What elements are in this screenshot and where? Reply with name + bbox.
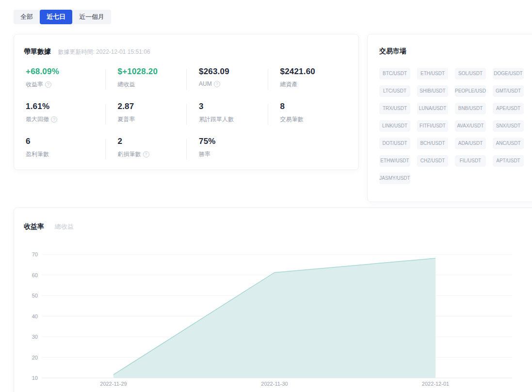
stat-value: $2421.60: [280, 67, 349, 77]
market-pair-chip[interactable]: JASMY/USDT: [379, 172, 410, 184]
stat-label: 勝率: [199, 150, 210, 158]
y-axis-tick-label: 40: [32, 314, 38, 319]
stat-label: 盈利筆數: [26, 150, 49, 158]
market-pair-chip[interactable]: FIL/USDT: [455, 155, 486, 167]
market-pair-chip[interactable]: APE/USDT: [493, 103, 524, 114]
stat-cell: +68.09%收益率?: [24, 67, 105, 91]
market-pair-chip[interactable]: SHIB/USDT: [417, 85, 448, 97]
stat-value: $+1028.20: [118, 67, 187, 77]
question-mark-icon[interactable]: ?: [45, 81, 51, 88]
filter-tab[interactable]: 近七日: [40, 10, 72, 24]
stat-cell: 1.61%最大回撤?: [24, 102, 105, 126]
market-pair-chip[interactable]: CHZ/USDT: [417, 155, 448, 167]
stat-cell: $2421.60總資產: [268, 67, 349, 91]
stat-value: 3: [199, 102, 268, 111]
stat-cell: 2.87夏普率: [105, 102, 187, 126]
roi-area-chart[interactable]: 102030405060702022-11-292022-11-302022-1…: [14, 242, 532, 392]
stat-cell: 8交易筆數: [268, 102, 349, 126]
market-pair-chip[interactable]: LTC/USDT: [379, 85, 410, 97]
market-pair-chip[interactable]: PEOPLE/USDT: [455, 85, 486, 97]
stats-card-title: 帶單數據: [24, 47, 51, 55]
stat-value: 75%: [199, 137, 268, 146]
trading-markets-card: 交易市場 BTC/USDTETH/USDTSOL/USDTDOGE/USDTLT…: [367, 34, 532, 202]
market-pair-chip[interactable]: DOGE/USDT: [493, 68, 524, 79]
market-pair-chip[interactable]: AVAX/USDT: [455, 120, 486, 132]
stat-label: 累計跟單人數: [199, 115, 234, 124]
market-pair-chip[interactable]: ANC/USDT: [493, 138, 524, 149]
question-mark-icon[interactable]: ?: [51, 116, 57, 123]
market-pair-chip[interactable]: ETH/USDT: [417, 68, 448, 79]
lead-stats-card: 帶單數據 數據更新時間: 2022-12-01 15:51:06 +68.09%…: [14, 34, 359, 170]
filter-tab[interactable]: 近一個月: [72, 10, 111, 24]
stat-label-row: 總資產: [280, 80, 349, 89]
market-pair-chip[interactable]: BTC/USDT: [379, 68, 410, 79]
stat-value: $263.09: [199, 67, 268, 77]
stat-label-row: 交易筆數: [280, 115, 349, 124]
stat-cell: 75%勝率: [186, 137, 268, 161]
data-update-time: 數據更新時間: 2022-12-01 15:51:06: [58, 48, 150, 55]
stat-label-row: 總收益: [118, 80, 187, 89]
market-pair-chip[interactable]: BNB/USDT: [455, 103, 486, 114]
market-pair-chip[interactable]: SOL/USDT: [455, 68, 486, 79]
stat-value: 2.87: [118, 102, 187, 111]
y-axis-tick-label: 70: [32, 251, 38, 257]
y-axis-tick-label: 10: [32, 375, 38, 381]
market-pair-chip[interactable]: SNX/USDT: [493, 120, 524, 132]
chart-tab[interactable]: 收益率: [24, 222, 44, 231]
stat-cell: 3累計跟單人數: [186, 102, 268, 126]
stat-cell: $263.09AUM?: [186, 67, 268, 91]
question-mark-icon[interactable]: ?: [143, 151, 149, 157]
question-mark-icon[interactable]: ?: [214, 81, 220, 87]
market-pair-chip[interactable]: APT/USDT: [493, 155, 524, 167]
time-filter-tabs: 全部近七日近一個月: [14, 10, 111, 24]
stat-cell: 2虧損筆數?: [105, 137, 187, 161]
y-axis-tick-label: 60: [32, 272, 38, 278]
y-axis-tick-label: 50: [32, 293, 38, 298]
market-pair-chip[interactable]: BCH/USDT: [417, 138, 448, 149]
stat-cell: $+1028.20總收益: [105, 67, 187, 91]
area-series-fill: [113, 258, 435, 378]
stat-label-row: 勝率: [199, 150, 268, 158]
stats-grid: +68.09%收益率?$+1028.20總收益$263.09AUM?$2421.…: [24, 67, 349, 161]
y-axis-tick-label: 20: [32, 355, 38, 361]
stat-label: 交易筆數: [280, 115, 304, 124]
markets-card-title: 交易市場: [379, 47, 532, 56]
market-pair-chip[interactable]: LUNA/USDT: [417, 103, 448, 114]
market-pair-chip[interactable]: ADA/USDT: [455, 138, 486, 149]
chart-tab[interactable]: 總收益: [55, 222, 74, 231]
stat-label: 總資產: [280, 80, 298, 89]
stat-value: +68.09%: [26, 67, 105, 77]
stat-label-row: AUM?: [199, 80, 268, 87]
stat-label: 夏普率: [118, 115, 135, 124]
market-pair-chip[interactable]: LINK/USDT: [379, 120, 410, 132]
y-axis-tick-label: 30: [32, 334, 38, 340]
stat-label: 虧損筆數: [118, 150, 141, 158]
stat-label-row: 夏普率: [118, 115, 187, 124]
stat-label-row: 累計跟單人數: [199, 115, 268, 124]
market-pair-chip[interactable]: TRX/USDT: [379, 103, 410, 114]
stat-value: 2: [118, 137, 187, 146]
stat-cell: 6盈利筆數: [24, 137, 105, 161]
x-axis-tick-label: 2022-11-30: [261, 381, 288, 387]
stat-label: AUM: [199, 80, 212, 87]
performance-chart-card: 收益率總收益 102030405060702022-11-292022-11-3…: [14, 207, 532, 392]
x-axis-tick-label: 2022-12-01: [422, 381, 449, 387]
stat-label-row: 虧損筆數?: [118, 150, 187, 158]
stat-label-row: 收益率?: [26, 80, 105, 89]
stat-label: 最大回撤: [26, 115, 49, 124]
market-pair-chip[interactable]: ETHW/USDT: [379, 155, 410, 167]
market-pair-chip[interactable]: FITFI/USDT: [417, 120, 448, 132]
chart-metric-tabs: 收益率總收益: [24, 222, 532, 231]
stat-value: 8: [280, 102, 349, 111]
stats-card-header: 帶單數據 數據更新時間: 2022-12-01 15:51:06: [24, 47, 349, 56]
market-pairs-grid: BTC/USDTETH/USDTSOL/USDTDOGE/USDTLTC/USD…: [379, 68, 532, 184]
stat-value: 6: [26, 137, 105, 146]
stat-label: 總收益: [118, 80, 135, 89]
filter-tab[interactable]: 全部: [14, 10, 40, 24]
market-pair-chip[interactable]: GMT/USDT: [493, 85, 524, 97]
market-pair-chip[interactable]: DOT/USDT: [379, 138, 410, 149]
x-axis-tick-label: 2022-11-29: [100, 381, 127, 387]
stat-label-row: 最大回撤?: [26, 115, 105, 124]
stat-value: 1.61%: [26, 102, 105, 111]
stat-label: 收益率: [26, 80, 43, 89]
